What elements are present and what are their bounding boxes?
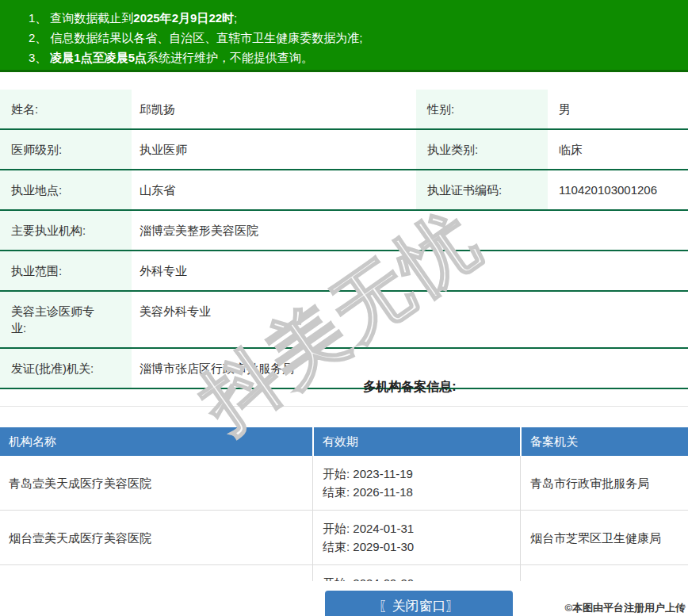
field-value-cosmetic-specialty: 美容外科专业 (132, 292, 688, 347)
column-header-agency: 备案机关 (520, 427, 688, 456)
validity-start: 开始: 2024-01-31 (323, 519, 514, 538)
field-label-gender: 性别: (416, 90, 548, 128)
notice-text: 信息数据结果以各省、自治区、直辖市卫生健康委数据为准; (50, 31, 362, 44)
notice-number: 3、 (29, 51, 47, 64)
notice-bar: 1、查询数据截止到2025年2月9日22时; 2、信息数据结果以各省、自治区、直… (0, 0, 688, 72)
field-value-name: 邱凯扬 (132, 90, 416, 128)
column-header-validity: 有效期 (312, 427, 520, 456)
close-window-button[interactable]: 〖关闭窗口〗 (325, 591, 513, 616)
cell-institution-name: 烟台壹美天成医疗美容医院 (0, 511, 312, 564)
cell-filing-agency: 烟台市芝罘区卫生健康局 (520, 511, 688, 564)
validity-end: 结束: 2029-01-30 (323, 538, 514, 556)
table-row: 烟台壹美天成医疗美容医院 开始: 2024-01-31 结束: 2029-01-… (0, 511, 688, 565)
notice-text: 系统进行维护，不能提供查询。 (147, 51, 313, 64)
notice-text: 查询数据截止到 (50, 11, 133, 25)
column-header-institution: 机构名称 (0, 427, 312, 456)
field-value-gender: 男 (548, 90, 688, 128)
footer-bar: 〖关闭窗口〗 ©本图由平台注册用户上传 (0, 581, 688, 616)
field-label-practice-location: 执业地点: (0, 170, 132, 209)
notice-text: ; (234, 11, 237, 25)
multi-institution-section-title: 多机构备案信息: (132, 369, 688, 406)
cell-validity-period: 开始: 2023-11-19 结束: 2026-11-18 (312, 456, 520, 510)
field-label-practice-scope: 执业范围: (0, 251, 132, 290)
divider-line (0, 406, 688, 407)
field-value-practice-location: 山东省 (132, 170, 416, 209)
profile-table: 姓名: 邱凯扬 性别: 男 医师级别: 执业医师 执业类别: 临床 执业地点: … (0, 90, 688, 389)
cell-filing-agency: 青岛市行政审批服务局 (520, 456, 688, 510)
notice-line-1: 1、查询数据截止到2025年2月9日22时; (29, 8, 688, 28)
field-label-name: 姓名: (0, 90, 132, 128)
table-row: 青岛壹美天成医疗美容医院 开始: 2023-11-19 结束: 2026-11-… (0, 456, 688, 511)
notice-line-2: 2、信息数据结果以各省、自治区、直辖市卫生健康委数据为准; (29, 28, 688, 48)
cell-institution-name: 青岛壹美天成医疗美容医院 (0, 456, 312, 510)
notice-line-3: 3、凌晨1点至凌晨5点系统进行维护，不能提供查询。 (29, 48, 688, 67)
field-value-practice-scope: 外科专业 (132, 251, 688, 290)
table-row: 姓名: 邱凯扬 性别: 男 (0, 90, 688, 130)
field-value-main-institution: 淄博壹美整形美容医院 (132, 211, 688, 250)
field-value-doctor-level: 执业医师 (132, 130, 416, 169)
field-label-doctor-level: 医师级别: (0, 130, 132, 169)
cell-validity-period: 开始: 2024-01-31 结束: 2029-01-30 (312, 511, 520, 564)
notice-text-bold: 凌晨1点至凌晨5点 (50, 51, 147, 64)
field-label-main-institution: 主要执业机构: (0, 211, 132, 250)
field-label-issuing-authority: 发证(批准)机关: (0, 349, 132, 388)
upload-attribution-note: ©本图由平台注册用户上传 (564, 601, 686, 615)
field-label-license-number: 执业证书编码: (416, 170, 548, 209)
notice-number: 1、 (29, 11, 47, 25)
field-value-practice-category: 临床 (548, 130, 688, 169)
query-result-page: 1、查询数据截止到2025年2月9日22时; 2、信息数据结果以各省、自治区、直… (0, 0, 688, 616)
table-row: 主要执业机构: 淄博壹美整形美容医院 (0, 211, 688, 251)
notice-text-bold: 2025年2月9日22时 (133, 11, 234, 25)
table-row: 美容主诊医师专业: 美容外科专业 (0, 292, 688, 349)
notice-number: 2、 (29, 31, 47, 44)
field-value-license-number: 110420103001206 (548, 170, 688, 209)
validity-end: 结束: 2026-11-18 (323, 483, 514, 501)
field-label-practice-category: 执业类别: (416, 130, 548, 169)
filing-table-header: 机构名称 有效期 备案机关 (0, 427, 688, 456)
table-row: 医师级别: 执业医师 执业类别: 临床 (0, 130, 688, 170)
table-row: 执业地点: 山东省 执业证书编码: 110420103001206 (0, 170, 688, 211)
validity-start: 开始: 2023-11-19 (323, 465, 514, 483)
field-label-cosmetic-specialty: 美容主诊医师专业: (0, 292, 132, 347)
table-row: 执业范围: 外科专业 (0, 251, 688, 292)
